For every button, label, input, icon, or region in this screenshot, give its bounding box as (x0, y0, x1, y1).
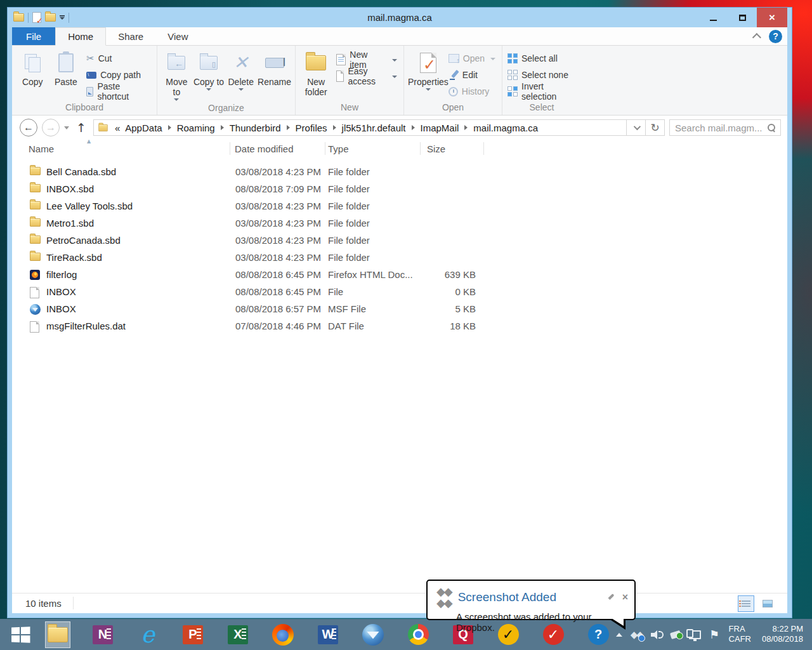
select-none-button[interactable]: Select none (508, 69, 575, 81)
taskbar-word[interactable]: W (316, 622, 340, 647)
address-dropdown-button[interactable] (626, 119, 645, 136)
notification-settings-icon[interactable] (606, 594, 614, 601)
taskbar-firefox[interactable] (271, 622, 295, 647)
copy-to-button[interactable]: ▯ Copy to (193, 48, 225, 91)
dropbox-notification[interactable]: ◆◆◆◆ Screenshot Added × A screenshot was… (426, 580, 636, 620)
file-row[interactable]: Bell Canada.sbd03/08/2018 4:23 PMFile fo… (12, 164, 787, 181)
taskbar-chrome[interactable] (406, 622, 430, 647)
paste-shortcut-button[interactable]: Paste shortcut (86, 85, 150, 98)
address-bar[interactable]: « AppDataRoamingThunderbirdProfilesjl5k5… (93, 119, 665, 136)
rename-button[interactable]: Rename (258, 48, 291, 87)
file-type: File folder (328, 252, 370, 263)
group-clipboard: Copy Paste ✂Cut Copy path Paste shortcut… (12, 46, 157, 115)
volume-icon[interactable] (651, 630, 662, 639)
close-button[interactable]: × (757, 8, 787, 27)
forward-button[interactable]: → (42, 119, 60, 136)
file-row[interactable]: Lee Valley Tools.sbd03/08/2018 4:23 PMFi… (12, 198, 787, 215)
move-to-icon: ← (167, 56, 185, 70)
search-icon[interactable] (768, 124, 775, 131)
taskbar-clock[interactable]: 8:22 PM 08/08/2018 (762, 624, 803, 644)
breadcrumb-item[interactable]: ImapMail (418, 123, 462, 133)
file-row[interactable]: msgFilterRules.dat07/08/2018 4:46 PMDAT … (12, 318, 787, 335)
minimize-button[interactable] (698, 8, 728, 27)
dropbox-tray-icon[interactable]: ◆◆ (631, 629, 643, 640)
refresh-button[interactable]: ↻ (645, 119, 664, 136)
new-item-button[interactable]: New item (336, 53, 397, 66)
select-all-button[interactable]: Select all (508, 52, 575, 65)
breadcrumb-separator-icon[interactable] (333, 125, 336, 130)
file-row[interactable]: Metro1.sbd03/08/2018 4:23 PMFile folder (12, 215, 787, 232)
taskbar-thunderbird[interactable] (361, 622, 385, 647)
breadcrumb-item[interactable]: Thunderbird (227, 123, 284, 133)
column-header-date-modified[interactable]: Date modified (235, 143, 294, 154)
backup-status-icon[interactable] (670, 630, 681, 639)
tab-file[interactable]: File (12, 27, 55, 45)
up-button[interactable]: ↑ (76, 121, 86, 135)
copy-icon (25, 54, 40, 72)
breadcrumb-item[interactable]: jl5k51hr.default (339, 123, 409, 133)
file-row[interactable]: INBOX.sbd08/08/2018 7:09 PMFile folder (12, 181, 787, 198)
thumbnail-view-button[interactable] (759, 595, 776, 612)
maximize-button[interactable] (728, 8, 757, 27)
edit-button[interactable]: Edit (449, 69, 495, 81)
breadcrumb-separator-icon[interactable] (412, 125, 415, 130)
properties-button[interactable]: Properties (408, 48, 449, 91)
taskbar-file-explorer[interactable] (46, 622, 70, 647)
qat-customize-dropdown-icon[interactable] (60, 15, 65, 20)
history-button[interactable]: History (449, 85, 495, 98)
breadcrumb-item[interactable]: mail.magma.ca (471, 123, 540, 133)
breadcrumb-item[interactable]: Roaming (174, 123, 218, 133)
taskbar-excel[interactable]: X (226, 622, 250, 647)
delete-button[interactable]: ✕ Delete (225, 48, 256, 91)
file-row[interactable]: INBOX08/08/2018 6:45 PMFile0 KB (12, 284, 787, 301)
minimize-ribbon-icon[interactable] (752, 33, 761, 42)
column-header-type[interactable]: Type (328, 143, 349, 154)
onenote-icon: N (93, 625, 113, 644)
copy-button[interactable]: Copy (16, 48, 49, 87)
recent-locations-icon[interactable] (64, 126, 69, 129)
invert-selection-button[interactable]: Invert selection (508, 85, 575, 98)
copy-path-button[interactable]: Copy path (86, 69, 150, 81)
tab-share[interactable]: Share (106, 27, 155, 45)
help-icon[interactable]: ? (769, 30, 782, 43)
paste-button[interactable]: Paste (49, 48, 83, 87)
taskbar-powerpoint[interactable]: P (181, 622, 205, 647)
new-folder-button[interactable]: New folder (299, 48, 332, 97)
network-icon[interactable] (689, 630, 701, 639)
action-center-flag-icon[interactable]: ⚑ (709, 628, 719, 641)
notification-close-icon[interactable]: × (622, 592, 628, 602)
navigation-bar: ← → ↑ « AppDataRoamingThunderbirdProfile… (12, 116, 787, 140)
taskbar-internet-explorer[interactable]: e (136, 622, 160, 647)
column-header-size[interactable]: Size (427, 143, 445, 154)
file-row[interactable]: filterlog08/08/2018 6:45 PMFirefox HTML … (12, 267, 787, 284)
taskbar-onenote[interactable]: N (91, 622, 115, 647)
breadcrumb-separator-icon[interactable] (221, 125, 224, 130)
language-indicator[interactable]: FRA CAFR (729, 624, 751, 644)
column-header-name[interactable]: Name (29, 143, 54, 154)
tab-home[interactable]: Home (55, 27, 106, 46)
cut-button[interactable]: ✂Cut (86, 52, 150, 65)
details-view-button[interactable] (738, 595, 754, 612)
start-button[interactable] (0, 619, 41, 650)
folder-icon (30, 253, 41, 261)
back-button[interactable]: ← (20, 119, 37, 136)
move-to-button[interactable]: ← Move to (161, 48, 192, 101)
tab-view[interactable]: View (155, 27, 200, 45)
open-button[interactable]: Open (449, 52, 495, 65)
file-row[interactable]: PetroCanada.sbd03/08/2018 4:23 PMFile fo… (12, 232, 787, 249)
item-count: 10 items (25, 598, 62, 609)
qat-new-folder-icon[interactable] (45, 13, 56, 22)
easy-access-button[interactable]: Easy access (336, 70, 397, 83)
show-hidden-icons-icon[interactable] (616, 633, 622, 637)
breadcrumb-item[interactable]: Profiles (293, 123, 330, 133)
file-row[interactable]: TireRack.sbd03/08/2018 4:23 PMFile folde… (12, 249, 787, 267)
file-row[interactable]: INBOX08/08/2018 6:57 PMMSF File5 KB (12, 301, 787, 318)
qat-properties-icon[interactable] (32, 12, 41, 23)
breadcrumb-separator-icon[interactable] (464, 125, 468, 130)
breadcrumb-separator-icon[interactable] (168, 125, 171, 130)
search-input[interactable]: Search mail.magm... (669, 119, 781, 136)
thunderbird-icon (362, 624, 384, 646)
copy-to-icon: ▯ (200, 56, 218, 70)
breadcrumb-item[interactable]: AppData (122, 123, 164, 133)
breadcrumb-separator-icon[interactable] (287, 125, 290, 130)
